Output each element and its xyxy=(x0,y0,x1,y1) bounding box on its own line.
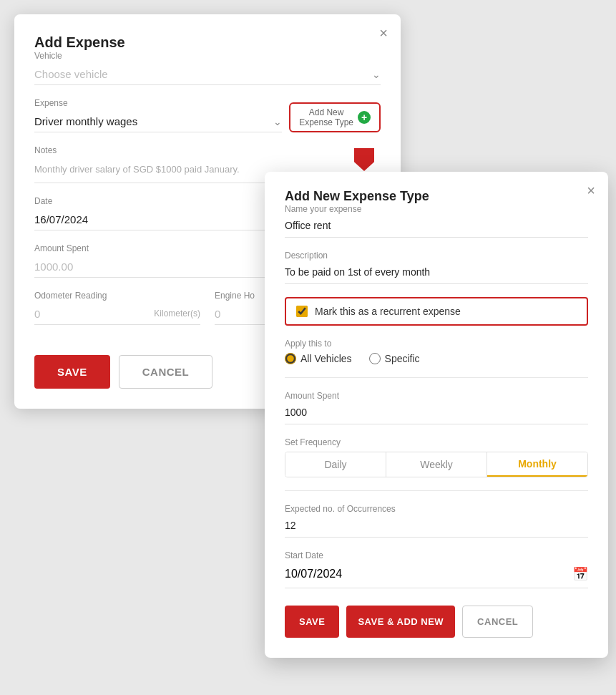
save-add-new-button[interactable]: SAVE & ADD NEW xyxy=(346,606,455,638)
amount-spent-input[interactable]: 1000 xyxy=(285,404,588,424)
amount-spent-label: Amount Spent xyxy=(285,391,588,401)
apply-label: Apply this to xyxy=(285,339,588,349)
notes-label: Notes xyxy=(34,145,381,155)
frequency-tabs: Daily Weekly Monthly xyxy=(285,452,588,477)
recurrent-label: Mark this as a recurrent expense xyxy=(315,306,461,317)
occurrences-label: Expected no. of Occurrences xyxy=(285,504,588,514)
arrow-connector xyxy=(354,148,374,171)
desc-label: Description xyxy=(285,251,588,261)
save-button-front[interactable]: SAVE xyxy=(285,606,339,638)
start-date-label: Start Date xyxy=(285,550,588,560)
add-expense-title: Add Expense xyxy=(34,34,125,50)
expense-row: Expense Driver monthly wages ⌄ Add New E… xyxy=(34,98,381,132)
add-new-type-text: Add New Expense Type xyxy=(299,107,353,127)
cancel-button-front[interactable]: CANCEL xyxy=(462,606,533,638)
weekly-tab[interactable]: Weekly xyxy=(386,452,487,477)
vehicle-placeholder: Choose vehicle xyxy=(34,68,108,80)
frequency-field: Set Frequency Daily Weekly Monthly xyxy=(285,437,588,477)
vehicle-field: Vehicle Choose vehicle ⌄ xyxy=(34,51,381,85)
close-button-front[interactable]: × xyxy=(587,183,595,198)
name-input[interactable]: Office rent xyxy=(285,217,588,238)
specific-option[interactable]: Specific xyxy=(369,353,420,364)
desc-input[interactable]: To be paid on 1st of every month xyxy=(285,263,588,284)
add-expense-type-modal: Add New Expense Type × Name your expense… xyxy=(265,172,608,658)
calendar-icon: 📅 xyxy=(572,566,588,582)
all-vehicles-label: All Vehicles xyxy=(300,353,352,364)
odo-unit: Kilometer(s) xyxy=(154,308,200,319)
expense-value: Driver monthly wages xyxy=(34,115,137,127)
start-date-field: Start Date 10/07/2024 📅 xyxy=(285,550,588,588)
divider2 xyxy=(285,490,588,491)
specific-radio[interactable] xyxy=(369,353,381,364)
name-label: Name your expense xyxy=(285,204,588,214)
amount-spent-field: Amount Spent 1000 xyxy=(285,391,588,424)
vehicle-select[interactable]: Choose vehicle ⌄ xyxy=(34,64,381,85)
plus-icon: + xyxy=(358,111,371,124)
monthly-tab[interactable]: Monthly xyxy=(487,452,587,477)
occurrences-input[interactable]: 12 xyxy=(285,517,588,538)
odo-input[interactable]: 0 Kilometer(s) xyxy=(34,303,200,325)
cancel-button[interactable]: CANCEL xyxy=(119,355,213,389)
vehicle-label: Vehicle xyxy=(34,51,381,61)
specific-label: Specific xyxy=(385,353,420,364)
name-field: Name your expense Office rent xyxy=(285,204,588,238)
front-modal-buttons: SAVE SAVE & ADD NEW CANCEL xyxy=(285,606,588,638)
start-date-value: 10/07/2024 xyxy=(285,568,342,580)
odo-field: Odometer Reading 0 Kilometer(s) xyxy=(34,291,200,325)
all-vehicles-radio[interactable] xyxy=(285,353,296,364)
recurrent-box[interactable]: Mark this as a recurrent expense xyxy=(285,297,588,326)
frequency-label: Set Frequency xyxy=(285,437,588,447)
apply-field: Apply this to All Vehicles Specific xyxy=(285,339,588,364)
close-button[interactable]: × xyxy=(379,26,388,40)
all-vehicles-option[interactable]: All Vehicles xyxy=(285,353,352,364)
expense-label: Expense xyxy=(34,98,282,108)
chevron-down-icon: ⌄ xyxy=(273,116,282,127)
divider xyxy=(285,377,588,378)
odo-label: Odometer Reading xyxy=(34,291,200,301)
desc-field: Description To be paid on 1st of every m… xyxy=(285,251,588,284)
save-button[interactable]: SAVE xyxy=(34,355,110,389)
add-new-expense-type-button[interactable]: Add New Expense Type + xyxy=(289,102,381,132)
expense-select[interactable]: Driver monthly wages ⌄ xyxy=(34,111,282,132)
recurrent-checkbox[interactable] xyxy=(296,306,308,317)
start-date-row[interactable]: 10/07/2024 📅 xyxy=(285,563,588,588)
expense-field: Expense Driver monthly wages ⌄ xyxy=(34,98,282,132)
add-expense-type-title: Add New Expense Type xyxy=(285,189,429,203)
arrow-icon xyxy=(354,148,374,171)
daily-tab[interactable]: Daily xyxy=(285,452,386,477)
chevron-down-icon: ⌄ xyxy=(372,69,381,80)
apply-radio-row: All Vehicles Specific xyxy=(285,353,588,364)
occurrences-field: Expected no. of Occurrences 12 xyxy=(285,504,588,538)
